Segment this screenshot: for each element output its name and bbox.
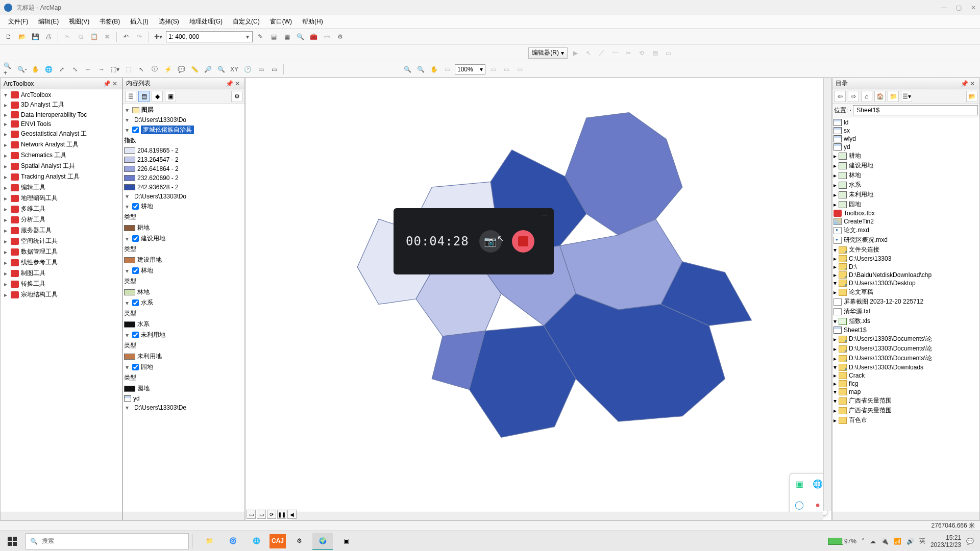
onedrive-icon[interactable]: ☁ bbox=[870, 538, 876, 545]
find-icon[interactable]: 🔎 bbox=[202, 64, 213, 75]
full-extent-icon[interactable]: 🌐 bbox=[43, 64, 54, 75]
close-icon[interactable]: ✕ bbox=[233, 80, 241, 87]
layer-visibility-checkbox[interactable] bbox=[132, 267, 139, 274]
notifications-icon[interactable]: 💬 bbox=[966, 538, 974, 545]
menu-bookmarks[interactable]: 书签(B) bbox=[94, 15, 125, 28]
measure-icon[interactable]: 📏 bbox=[189, 64, 200, 75]
h-scrollbar[interactable] bbox=[291, 512, 823, 520]
cut-icon[interactable]: ✂ bbox=[62, 31, 73, 42]
location-input[interactable] bbox=[853, 105, 978, 115]
catalog-icon[interactable]: ▦ bbox=[281, 31, 292, 42]
back-icon[interactable]: ⇦ bbox=[835, 91, 846, 102]
time-slider-icon[interactable]: 🕐 bbox=[242, 64, 253, 75]
menu-insert[interactable]: 插入(I) bbox=[125, 15, 153, 28]
fixed-zoom-out-icon[interactable]: ⤡ bbox=[69, 64, 81, 75]
editor-dropdown[interactable]: 编辑器(R)▾ bbox=[528, 47, 568, 59]
new-icon[interactable]: 🗋 bbox=[3, 31, 14, 42]
viewer-icon[interactable]: ▭ bbox=[268, 64, 280, 75]
search-window-icon[interactable]: 🔍 bbox=[295, 31, 306, 42]
map-view[interactable]: 00:04:28 📷 — ↖ ▣ 🌐 ◯ ● ▭ ▭ ⟳ ❚❚ ◀ bbox=[245, 78, 832, 520]
toc-tree[interactable]: ▾图层 ▾D:\Users\13303\Do ▾罗城仫佬族自治县 指数 204.… bbox=[124, 105, 243, 412]
paste-icon[interactable]: 📋 bbox=[88, 31, 100, 42]
add-data-icon[interactable]: ✚▾ bbox=[153, 31, 164, 42]
pin-icon[interactable]: 📌 bbox=[225, 80, 233, 87]
goto-xy-icon[interactable]: XY bbox=[229, 64, 240, 75]
connect-folder-icon[interactable]: 📁 bbox=[888, 91, 899, 102]
pause-draw-button[interactable]: ❚❚ bbox=[277, 510, 286, 519]
battery-indicator[interactable]: 97% bbox=[828, 538, 856, 545]
menu-view[interactable]: 视图(V) bbox=[64, 15, 94, 28]
camera-icon[interactable]: 📷 bbox=[479, 230, 502, 253]
selected-layer[interactable]: 罗城仫佬族自治县 bbox=[141, 126, 194, 134]
options-icon[interactable]: ⚙ bbox=[231, 91, 242, 102]
layout-zoomout-icon[interactable]: 🔍 bbox=[415, 64, 426, 75]
arctoolbox-icon[interactable]: 🧰 bbox=[308, 31, 319, 42]
record-stop-button[interactable] bbox=[512, 230, 534, 253]
create-viewer-icon[interactable]: ▭ bbox=[255, 64, 266, 75]
h-scrollbar[interactable] bbox=[832, 512, 979, 520]
arctoolbox-tree[interactable]: ▾ArcToolbox ▸3D Analyst 工具 ▸Data Interop… bbox=[2, 90, 121, 300]
map-scale-combo[interactable]: ▾ bbox=[166, 31, 253, 42]
layer-visibility-checkbox[interactable] bbox=[132, 332, 139, 338]
layout-back-icon[interactable]: ▭ bbox=[487, 64, 499, 75]
html-popup-icon[interactable]: 💬 bbox=[176, 64, 187, 75]
menu-edit[interactable]: 编辑(E) bbox=[33, 15, 64, 28]
list-by-drawing-icon[interactable]: ☰ bbox=[125, 91, 136, 102]
taskbar-app-explorer[interactable]: 📁 bbox=[199, 533, 219, 550]
toc-icon[interactable]: ▤ bbox=[268, 31, 279, 42]
minimize-icon[interactable]: — bbox=[542, 211, 548, 218]
clear-selection-icon[interactable]: ⬚ bbox=[122, 64, 134, 75]
delete-icon[interactable]: ✖ bbox=[102, 31, 113, 42]
screen-recorder-overlay[interactable]: 00:04:28 📷 — bbox=[394, 208, 554, 274]
copy-icon[interactable]: ⧉ bbox=[75, 31, 86, 42]
layer-visibility-checkbox[interactable] bbox=[132, 203, 139, 210]
refresh-button[interactable]: ⟳ bbox=[267, 510, 276, 519]
redo-icon[interactable]: ↷ bbox=[134, 31, 145, 42]
edit-vertices-icon[interactable]: ↖ bbox=[583, 47, 594, 59]
taskbar-search[interactable]: 🔍 搜索 bbox=[26, 533, 189, 549]
globe-icon[interactable]: 🌐 bbox=[813, 479, 823, 489]
undo-icon[interactable]: ↶ bbox=[120, 31, 132, 42]
fixed-zoom-in-icon[interactable]: ⤢ bbox=[56, 64, 67, 75]
ime-icon[interactable]: ▣ bbox=[796, 479, 803, 489]
chevron-down-icon[interactable]: ▾ bbox=[245, 33, 250, 40]
menu-file[interactable]: 文件(F) bbox=[3, 15, 33, 28]
menu-select[interactable]: 选择(S) bbox=[154, 15, 184, 28]
pin-icon[interactable]: 📌 bbox=[960, 80, 968, 87]
print-icon[interactable]: 🖨 bbox=[43, 31, 54, 42]
editor-toolbar-icon[interactable]: ✎ bbox=[255, 31, 266, 42]
options-icon[interactable]: 📂 bbox=[966, 91, 977, 102]
toggle-view-icon[interactable]: ☰▾ bbox=[901, 91, 912, 102]
layout-pan-icon[interactable]: ✋ bbox=[428, 64, 439, 75]
hyperlink-icon[interactable]: ⚡ bbox=[162, 64, 174, 75]
list-by-visibility-icon[interactable]: ◆ bbox=[152, 91, 163, 102]
open-icon[interactable]: 📂 bbox=[16, 31, 28, 42]
reshape-icon[interactable]: 〰 bbox=[609, 47, 621, 59]
wifi-icon[interactable]: 📶 bbox=[894, 538, 901, 545]
split-icon[interactable]: ／ bbox=[596, 47, 607, 59]
start-button[interactable] bbox=[2, 533, 22, 549]
circle-icon[interactable]: ◯ bbox=[795, 500, 804, 510]
taskbar-app-browser[interactable]: 🌀 bbox=[223, 533, 243, 550]
python-icon[interactable]: ▭ bbox=[321, 31, 332, 42]
select-elements-icon[interactable]: ↖ bbox=[136, 64, 147, 75]
layout-forward-icon[interactable]: ▭ bbox=[501, 64, 512, 75]
map-scale-input[interactable] bbox=[168, 33, 245, 40]
find-route-icon[interactable]: 🔍 bbox=[215, 64, 227, 75]
layer-visibility-checkbox[interactable] bbox=[132, 299, 139, 306]
up-icon[interactable]: ⌂ bbox=[861, 91, 872, 102]
minimize-button[interactable]: — bbox=[941, 4, 947, 11]
home-icon[interactable]: 🏠 bbox=[874, 91, 886, 102]
model-builder-icon[interactable]: ⚙ bbox=[334, 31, 346, 42]
menu-customize[interactable]: 自定义(C) bbox=[228, 15, 265, 28]
taskbar-app-settings[interactable]: ⚙ bbox=[289, 533, 309, 550]
tray-chevron-icon[interactable]: ˄ bbox=[862, 538, 865, 545]
list-by-selection-icon[interactable]: ▣ bbox=[165, 91, 176, 102]
pan-icon[interactable]: ✋ bbox=[30, 64, 41, 75]
record-dot-icon[interactable]: ● bbox=[815, 500, 820, 510]
rotate-icon[interactable]: ⟲ bbox=[636, 47, 647, 59]
menu-geoprocessing[interactable]: 地理处理(G) bbox=[184, 15, 228, 28]
cut-poly-icon[interactable]: ✂ bbox=[623, 47, 634, 59]
toggle-draft-icon[interactable]: ▭ bbox=[514, 64, 525, 75]
layer-visibility-checkbox[interactable] bbox=[132, 127, 139, 133]
